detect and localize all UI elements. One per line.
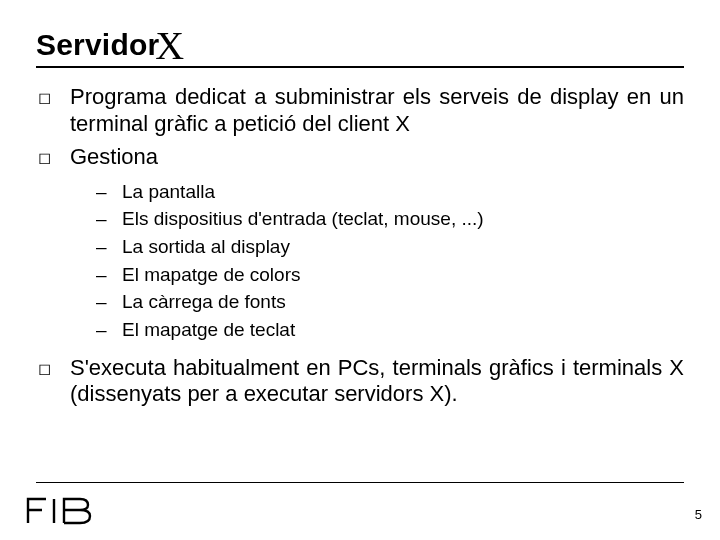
dash-marker: – (96, 234, 122, 260)
bullet-marker: ◻ (36, 144, 70, 171)
subitem: –Els dispositius d'entrada (teclat, mous… (96, 206, 684, 232)
bullet-1: ◻ Programa dedicat a subministrar els se… (36, 84, 684, 138)
bullet-text: Programa dedicat a subministrar els serv… (70, 84, 684, 138)
footer-divider (36, 482, 684, 483)
subitem-text: El mapatge de teclat (122, 317, 295, 343)
slide: ServidorX ◻ Programa dedicat a subminist… (0, 0, 720, 540)
subitem-text: Els dispositius d'entrada (teclat, mouse… (122, 206, 484, 232)
subitem-text: La pantalla (122, 179, 215, 205)
page-title: ServidorX (36, 22, 684, 69)
bullet-marker: ◻ (36, 84, 70, 138)
dash-marker: – (96, 179, 122, 205)
bullet-2: ◻ Gestiona (36, 144, 684, 171)
sublist: –La pantalla –Els dispositius d'entrada … (96, 179, 684, 343)
dash-marker: – (96, 206, 122, 232)
subitem-text: La sortida al display (122, 234, 290, 260)
dash-marker: – (96, 262, 122, 288)
content-area: ◻ Programa dedicat a subministrar els se… (36, 78, 684, 408)
subitem-text: La càrrega de fonts (122, 289, 286, 315)
subitem-text: El mapatge de colors (122, 262, 301, 288)
title-suffix: X (155, 23, 184, 68)
subitem: –La pantalla (96, 179, 684, 205)
title-wrap: ServidorX (36, 22, 684, 69)
bullet-text: S'executa habitualment en PCs, terminals… (70, 355, 684, 409)
subitem: –El mapatge de teclat (96, 317, 684, 343)
subitem: –La sortida al display (96, 234, 684, 260)
subitem: –El mapatge de colors (96, 262, 684, 288)
title-divider (36, 66, 684, 68)
dash-marker: – (96, 289, 122, 315)
page-number: 5 (695, 507, 702, 522)
bullet-3: ◻ S'executa habitualment en PCs, termina… (36, 355, 684, 409)
fib-logo (24, 496, 102, 526)
title-prefix: Servidor (36, 28, 159, 61)
bullet-marker: ◻ (36, 355, 70, 409)
subitem: –La càrrega de fonts (96, 289, 684, 315)
dash-marker: – (96, 317, 122, 343)
bullet-text: Gestiona (70, 144, 684, 171)
